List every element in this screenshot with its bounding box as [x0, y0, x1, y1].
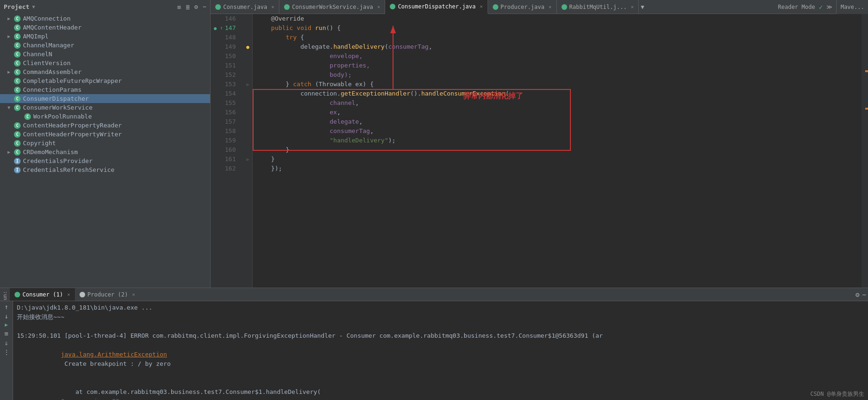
class-icon-contentheaderwriter: C: [14, 131, 21, 138]
maven-tab[interactable]: Mave...: [840, 4, 864, 10]
run-bottom-icon[interactable]: ⇓: [4, 339, 8, 347]
code-line-159: "handleDelivery" );: [256, 136, 861, 145]
close-tab-producer[interactable]: ✕: [549, 4, 552, 9]
run-tab-label-consumer: Consumer (1): [22, 291, 63, 298]
sidebar-item-contentheaderreader[interactable]: C ContentHeaderPropertyReader: [0, 121, 210, 130]
collapse-all-icon[interactable]: ≡: [177, 3, 181, 11]
exception-type-link[interactable]: java.lang.ArithmeticException: [61, 351, 167, 358]
close-run-tab-producer[interactable]: ✕: [132, 292, 135, 297]
warn-icon-149: ●: [246, 44, 249, 50]
sidebar-item-amqimpl[interactable]: ▶ C AMQImpl: [0, 32, 210, 41]
sidebar-item-consumerworkservice[interactable]: ▼ C ConsumerWorkService: [0, 103, 210, 112]
class-icon-copyright: C: [14, 140, 21, 147]
ln-148: 148: [220, 33, 240, 42]
run-down-icon[interactable]: ↓: [4, 312, 8, 320]
tab-producer-java[interactable]: Producer.java ✕: [488, 0, 557, 14]
reader-mode-label[interactable]: Reader Mode: [778, 4, 815, 10]
code-line-148: try {: [256, 33, 861, 42]
code-line-156: ex ,: [256, 108, 861, 117]
sidebar-item-credentialsprovider[interactable]: I CredentialsProvider: [0, 156, 210, 165]
sidebar-item-channeln[interactable]: C ChannelN: [0, 50, 210, 59]
run-tab-icon-consumer: [15, 292, 20, 297]
sidebar-item-crdemomechanism[interactable]: ▶ C CRDemoMechanism: [0, 148, 210, 156]
project-dropdown-icon[interactable]: ▼: [32, 4, 35, 9]
code-line-151: properties,: [256, 61, 861, 70]
arrow-commandassembler: ▶: [7, 69, 14, 74]
ln-154: 154: [220, 89, 240, 98]
class-icon-amqimpl: C: [14, 33, 21, 40]
sidebar-item-workpoolrunnable[interactable]: C WorkPoolRunnable: [0, 112, 210, 121]
tab-consumerworkservice-java[interactable]: ConsumerWorkService.java ✕: [279, 0, 385, 14]
close-tab-rmq[interactable]: ✕: [631, 4, 634, 9]
sidebar-item-connectionparams[interactable]: C ConnectionParams: [0, 85, 210, 94]
run-settings-icon[interactable]: ⚙: [855, 291, 859, 298]
code-line-158: consumerTag ,: [256, 126, 861, 136]
code-line-160: }: [256, 145, 861, 155]
sidebar-item-copyright[interactable]: C Copyright: [0, 139, 210, 148]
fold-icon-153: ⊳: [246, 82, 249, 87]
tab-icon-cd: [390, 4, 395, 9]
run-tab-consumer[interactable]: Consumer (1) ✕: [10, 288, 75, 301]
sidebar-item-consumerdispatcher[interactable]: C ConsumerDispatcher: [0, 94, 210, 103]
class-icon-connectionparams: C: [14, 87, 21, 93]
code-line-152: body);: [256, 70, 861, 80]
class-icon-credentialsrefreshservice: I: [14, 167, 21, 173]
tab-consumerdispatcher-java[interactable]: ConsumerDispatcher.java ✕: [385, 0, 488, 14]
close-tab-consumer[interactable]: ✕: [271, 4, 274, 9]
run-minimize-icon[interactable]: −: [862, 291, 866, 298]
run-wrap-icon[interactable]: ≡: [4, 330, 8, 337]
tabs-bar: Project ▼ ≡ ≣ ⚙ − Consumer.java ✕ Consum…: [0, 0, 868, 14]
ln-151: 151: [220, 61, 240, 70]
brand-label: CSDN @单身贵族男生: [810, 390, 864, 398]
tab-consumer-java[interactable]: Consumer.java ✕: [211, 0, 279, 14]
expand-editor-icon[interactable]: ≫: [826, 4, 832, 10]
close-run-tab-consumer[interactable]: ✕: [67, 292, 70, 297]
run-panel: un: Consumer (1) ✕ Producer (2) ✕ ⚙ −: [0, 288, 868, 400]
ln-158: 158: [220, 126, 240, 136]
gutter-mark-2: [865, 108, 868, 110]
run-content-area: ↑ ↓ ▶ ≡ ⇓ ⋮ D:\java\jdk1.8.0_181\bin\jav…: [0, 301, 868, 400]
ln-161: 161: [220, 155, 240, 164]
class-icon-crdemomechanism: C: [14, 149, 21, 156]
ln-147: 147↑: [220, 23, 240, 33]
sidebar-item-amqcontentheader[interactable]: C AMQContentHeader: [0, 23, 210, 32]
settings-icon[interactable]: ⚙: [194, 3, 198, 10]
class-icon-amqconnection: C: [14, 15, 21, 22]
tab-label-cd: ConsumerDispatcher.java: [398, 3, 475, 10]
code-content[interactable]: @Override public void run () {: [253, 14, 861, 288]
run-filter-icon[interactable]: ▶: [5, 322, 8, 328]
arrow-amqimpl: ▶: [7, 34, 14, 39]
run-tab-producer[interactable]: Producer (2) ✕: [75, 288, 140, 301]
right-gutter: [861, 14, 868, 288]
minimize-icon[interactable]: −: [203, 3, 206, 10]
tab-icon-consumer: [215, 4, 221, 10]
bookmark-147-icon: ●: [214, 26, 217, 31]
run-up-icon[interactable]: ↑: [4, 303, 8, 311]
class-icon-commandassembler: C: [14, 69, 21, 75]
tab-rabbitmqutil[interactable]: RabbitMqUtil.j... ✕: [557, 0, 639, 14]
consumer-link[interactable]: Consumer.java:23: [61, 398, 119, 400]
sidebar-item-commandassembler[interactable]: ▶ C CommandAssembler: [0, 67, 210, 76]
code-line-149: delegate. handleDelivery ( consumerTag ,: [256, 42, 861, 52]
arrow-consumerworkservice: ▼: [7, 105, 14, 110]
expand-all-icon[interactable]: ≣: [186, 3, 190, 11]
code-line-155: channel ,: [256, 98, 861, 108]
arrow-crdemomechanism: ▶: [7, 149, 14, 155]
close-tab-cws[interactable]: ✕: [377, 4, 380, 9]
tab-overflow-icon[interactable]: ▼: [639, 4, 646, 10]
sidebar-item-clientversion[interactable]: C ClientVersion: [0, 59, 210, 67]
sidebar-item-amqconnection[interactable]: ▶ C AMQConnection: [0, 14, 210, 23]
run-line-start-msg: 开始接收消息~~~: [17, 312, 803, 322]
close-tab-cd[interactable]: ✕: [480, 4, 483, 9]
sidebar-item-channelmanager[interactable]: C ChannelManager: [0, 41, 210, 50]
project-sidebar: ▶ C AMQConnection C AMQContentHeader ▶ C…: [0, 14, 211, 288]
ln-149: 149: [220, 42, 240, 52]
run-settings2-icon[interactable]: ⋮: [3, 348, 10, 356]
code-line-146: @Override: [256, 14, 861, 23]
code-line-154: connection. getExceptionHandler (). hand…: [256, 89, 861, 98]
sidebar-item-completablefuture[interactable]: C CompletableFutureRpcWrapper: [0, 76, 210, 85]
sidebar-item-contentheaderwriter[interactable]: C ContentHeaderPropertyWriter: [0, 130, 210, 139]
tab-label-producer: Producer.java: [501, 4, 545, 10]
sidebar-item-credentialsrefreshservice[interactable]: I CredentialsRefreshService: [0, 165, 210, 174]
tab-label-rmq: RabbitMqUtil.j...: [569, 4, 627, 10]
